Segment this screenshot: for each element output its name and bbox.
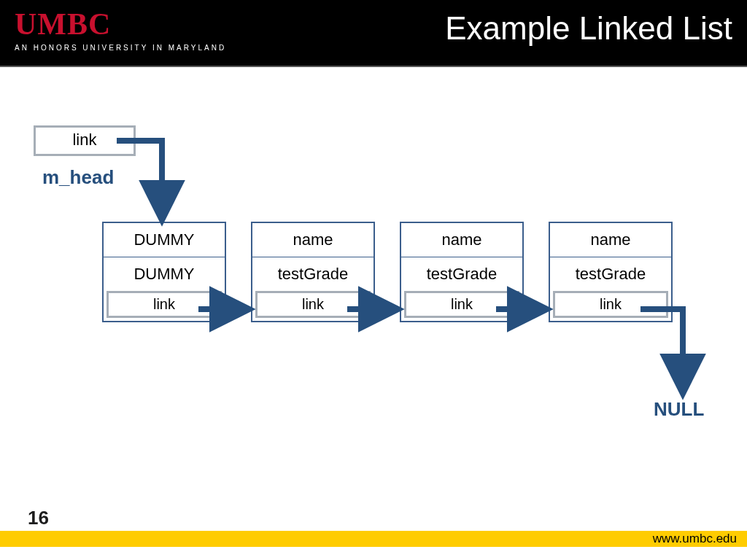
node-field-2: testGrade xyxy=(401,257,522,288)
node-link-box: link xyxy=(107,291,222,318)
node-link-label: link xyxy=(302,296,324,312)
slide-header: UMBC AN HONORS UNIVERSITY IN MARYLAND Ex… xyxy=(0,0,747,66)
node-link-label: link xyxy=(600,296,622,312)
node-link-box: link xyxy=(255,291,371,318)
node-link-label: link xyxy=(153,296,175,312)
node-field-1: name xyxy=(550,223,671,257)
node-field-2: DUMMY xyxy=(104,257,225,288)
node-field-1: DUMMY xyxy=(104,223,225,257)
diagram-area: link m_head DUMMY DUMMY link name testGr… xyxy=(0,67,747,526)
node-field-1: name xyxy=(252,223,374,257)
list-node: name testGrade link xyxy=(549,222,673,322)
list-node: name testGrade link xyxy=(251,222,375,322)
node-link-box: link xyxy=(404,291,519,318)
slide-title: Example Linked List xyxy=(445,10,732,47)
logo: UMBC AN HONORS UNIVERSITY IN MARYLAND xyxy=(15,9,226,52)
node-link-box: link xyxy=(553,291,668,318)
footer-bar xyxy=(0,531,747,547)
list-node: DUMMY DUMMY link xyxy=(102,222,226,322)
node-field-2: testGrade xyxy=(550,257,671,288)
null-label: NULL xyxy=(654,398,704,421)
node-field-2: testGrade xyxy=(252,257,374,288)
node-link-label: link xyxy=(451,296,473,312)
head-link-box: link xyxy=(34,125,136,156)
footer-url: www.umbc.edu xyxy=(653,532,737,546)
logo-tagline: AN HONORS UNIVERSITY IN MARYLAND xyxy=(15,44,226,52)
head-variable-label: m_head xyxy=(42,166,114,189)
page-number: 16 xyxy=(28,507,49,529)
node-field-1: name xyxy=(401,223,522,257)
head-link-label: link xyxy=(72,131,96,149)
logo-main-text: UMBC xyxy=(15,9,226,39)
list-node: name testGrade link xyxy=(400,222,524,322)
